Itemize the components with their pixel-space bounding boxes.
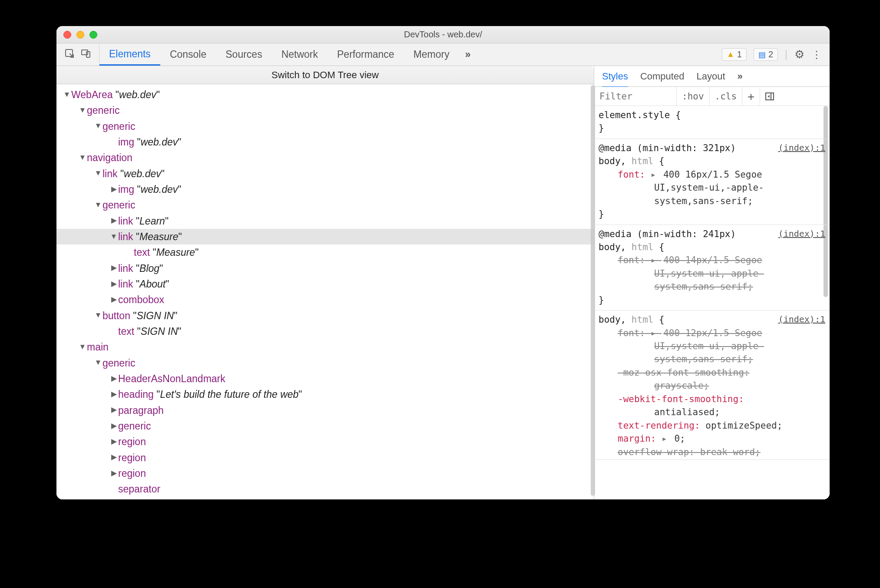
chevron-right-icon[interactable]: ▶ xyxy=(109,452,118,463)
tree-row[interactable]: ▶combobox xyxy=(56,292,594,307)
tab-computed[interactable]: Computed xyxy=(640,71,685,82)
tree-row[interactable]: ▼link "Measure" xyxy=(56,229,594,244)
tree-row[interactable]: ▼main xyxy=(56,339,594,355)
rule-source-link[interactable]: (index):1 xyxy=(778,313,825,326)
chevron-down-icon[interactable]: ▼ xyxy=(63,89,71,101)
style-rule[interactable]: (index):1@media (min-width: 241px)body, … xyxy=(594,225,830,311)
styles-more-tabs-icon[interactable]: » xyxy=(738,71,741,82)
tab-layout[interactable]: Layout xyxy=(696,71,725,82)
styles-filter-bar: :hov .cls + xyxy=(594,87,830,106)
chevron-right-icon[interactable]: ▶ xyxy=(109,294,118,306)
tree-row[interactable]: ▶heading "Let's build the future of the … xyxy=(56,386,594,402)
rule-close: } xyxy=(599,208,825,221)
styles-pane: Styles Computed Layout » :hov .cls + xyxy=(594,66,830,499)
accessibility-tree[interactable]: ▼WebArea "web.dev"▼generic▼genericimg "w… xyxy=(56,84,594,499)
more-menu-icon[interactable]: ⋮ xyxy=(811,49,822,61)
inspect-icon[interactable] xyxy=(64,48,75,61)
chevron-down-icon[interactable]: ▼ xyxy=(94,357,103,369)
tree-row[interactable]: ▶link "Learn" xyxy=(56,213,594,229)
tree-row[interactable]: ▼link "web.dev" xyxy=(56,166,594,182)
css-declaration[interactable]: -moz-osx-font-smoothing: grayscale; xyxy=(599,366,825,393)
tree-row[interactable]: ▼generic xyxy=(56,355,594,371)
css-declaration[interactable]: text-rendering: optimizeSpeed; xyxy=(599,419,825,432)
chevron-down-icon[interactable]: ▼ xyxy=(94,120,103,132)
tree-row[interactable]: ▶region xyxy=(56,434,594,449)
element-style-rule[interactable]: element.style { } xyxy=(594,106,830,139)
css-declaration[interactable]: -webkit-font-smoothing: antialiased; xyxy=(599,393,825,419)
tree-row[interactable]: text "Measure" xyxy=(56,244,594,260)
tree-row[interactable]: ▼button "SIGN IN" xyxy=(56,308,594,324)
chevron-right-icon[interactable]: ▶ xyxy=(109,184,118,195)
tab-memory[interactable]: Memory xyxy=(404,43,459,66)
close-icon[interactable] xyxy=(63,31,71,39)
chevron-down-icon[interactable]: ▼ xyxy=(94,199,103,211)
accessibility-tree-pane: Switch to DOM Tree view ▼WebArea "web.de… xyxy=(56,66,594,499)
tree-row[interactable]: ▼generic xyxy=(56,119,594,134)
tree-row[interactable]: text "SIGN IN" xyxy=(56,324,594,339)
style-rule[interactable]: (index):1 body, html { font: ▸ 400 12px/… xyxy=(594,311,830,460)
tab-elements[interactable]: Elements xyxy=(99,43,160,66)
tree-row[interactable]: ▶HeaderAsNonLandmark xyxy=(56,371,594,386)
tab-console[interactable]: Console xyxy=(160,43,216,66)
tree-row[interactable]: ▼generic xyxy=(56,102,594,118)
switch-dom-tree-button[interactable]: Switch to DOM Tree view xyxy=(56,66,594,84)
minimize-icon[interactable] xyxy=(76,31,84,39)
tab-performance[interactable]: Performance xyxy=(328,43,404,66)
tree-node-label: combobox xyxy=(118,292,164,307)
css-declaration[interactable]: margin: ▸ 0; xyxy=(599,432,825,445)
computed-sidebar-icon[interactable] xyxy=(760,87,779,106)
tree-row[interactable]: ▼WebArea "web.dev" xyxy=(56,87,594,102)
chevron-right-icon[interactable]: ▶ xyxy=(109,436,118,448)
chevron-down-icon[interactable]: ▼ xyxy=(78,341,87,353)
style-rule[interactable]: (index):1@media (min-width: 321px)body, … xyxy=(594,139,830,225)
chevron-right-icon[interactable]: ▶ xyxy=(109,404,118,416)
styles-filter-input[interactable] xyxy=(594,87,677,106)
css-declaration[interactable]: font: ▸ 400 16px/1.5 SegoeUI,system-ui,-… xyxy=(599,168,825,208)
chevron-down-icon[interactable]: ▼ xyxy=(94,310,103,321)
chevron-down-icon[interactable]: ▼ xyxy=(94,168,103,179)
issues-badge[interactable]: ▤ 2 xyxy=(754,48,778,61)
tree-row[interactable]: separator xyxy=(56,481,594,497)
chevron-right-icon[interactable]: ▶ xyxy=(109,278,118,290)
tree-row[interactable]: ▶img "web.dev" xyxy=(56,182,594,197)
css-declaration[interactable]: overflow-wrap: break-word; xyxy=(599,446,825,459)
cls-toggle[interactable]: .cls xyxy=(710,87,743,106)
tree-row[interactable]: ▼generic xyxy=(56,197,594,213)
css-declaration[interactable]: font: ▸ 400 14px/1.5 SegoeUI,system-ui,-… xyxy=(599,254,825,293)
device-toggle-icon[interactable] xyxy=(81,48,91,61)
styles-tabs: Styles Computed Layout » xyxy=(594,66,830,87)
tree-row[interactable]: ▶link "About" xyxy=(56,276,594,292)
settings-icon[interactable]: ⚙ xyxy=(794,48,804,61)
tab-styles[interactable]: Styles xyxy=(602,71,628,88)
tree-row[interactable]: ▶region xyxy=(56,450,594,466)
rule-source-link[interactable]: (index):1 xyxy=(778,142,825,154)
tree-row[interactable]: ▶region xyxy=(56,466,594,481)
chevron-down-icon[interactable]: ▼ xyxy=(109,231,118,243)
tree-row[interactable]: img "web.dev" xyxy=(56,134,594,150)
chevron-right-icon[interactable]: ▶ xyxy=(109,420,118,432)
chevron-down-icon[interactable]: ▼ xyxy=(78,152,87,164)
tree-row[interactable]: ▶paragraph xyxy=(56,403,594,418)
tab-sources[interactable]: Sources xyxy=(216,43,271,66)
tab-network[interactable]: Network xyxy=(272,43,328,66)
chevron-right-icon[interactable]: ▶ xyxy=(109,389,118,400)
tree-node-label: link "web.dev" xyxy=(103,166,165,182)
tree-row[interactable]: ▼navigation xyxy=(56,150,594,165)
rule-source-link[interactable]: (index):1 xyxy=(778,228,825,240)
chevron-right-icon[interactable]: ▶ xyxy=(109,262,118,274)
chevron-right-icon[interactable]: ▶ xyxy=(109,215,118,227)
tree-node-label: separator xyxy=(118,481,160,497)
warnings-badge[interactable]: ▲ 1 xyxy=(722,48,747,61)
zoom-icon[interactable] xyxy=(89,31,97,39)
more-tabs-icon[interactable]: » xyxy=(459,43,475,66)
chevron-right-icon[interactable]: ▶ xyxy=(109,468,118,479)
hov-toggle[interactable]: :hov xyxy=(677,87,710,106)
chevron-right-icon[interactable]: ▶ xyxy=(109,373,118,385)
chevron-down-icon[interactable]: ▼ xyxy=(78,105,87,116)
tree-row[interactable]: ▶generic xyxy=(56,418,594,434)
new-style-rule-icon[interactable]: + xyxy=(742,87,760,106)
tree-node-label: img "web.dev" xyxy=(118,182,181,197)
tree-node-label: generic xyxy=(103,119,135,134)
css-declaration[interactable]: font: ▸ 400 12px/1.5 Segoe UI,system-ui,… xyxy=(599,327,825,366)
tree-row[interactable]: ▶link "Blog" xyxy=(56,261,594,276)
